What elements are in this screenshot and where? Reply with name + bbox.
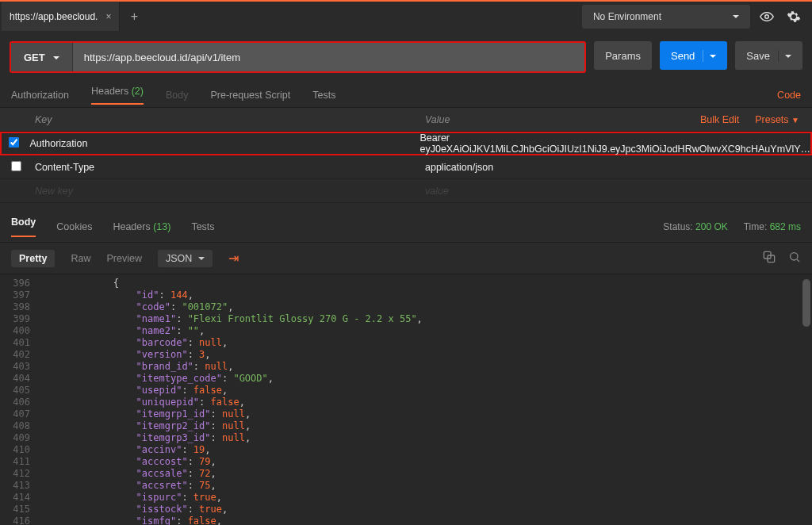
header-value[interactable]: Bearer eyJ0eXAiOiJKV1MiLCJhbGciOiJIUzI1N… xyxy=(416,132,811,155)
resp-tab-headers-count: (13) xyxy=(153,221,170,232)
request-bar: GET Params Send Save xyxy=(0,32,812,82)
chevron-down-icon[interactable] xyxy=(703,50,716,62)
add-tab-button[interactable]: + xyxy=(120,10,148,24)
search-icon[interactable] xyxy=(788,251,801,266)
line-number: 404 xyxy=(0,373,44,385)
header-key[interactable]: Authorization xyxy=(27,138,416,149)
line-number: 401 xyxy=(0,337,44,349)
scrollbar-thumb[interactable] xyxy=(802,279,810,327)
response-body-viewer[interactable]: 396 {397 "id": 144,398 "code": "001072",… xyxy=(0,274,812,525)
tab-headers[interactable]: Headers (2) xyxy=(91,86,144,105)
code-line: 410 "accinv": 19, xyxy=(0,444,812,456)
code-line: 404 "itemtype_code": "GOOD", xyxy=(0,373,812,385)
line-number: 399 xyxy=(0,313,44,325)
gear-icon[interactable] xyxy=(783,6,804,27)
line-number: 397 xyxy=(0,289,44,301)
time-label: Time: 682 ms xyxy=(744,221,801,232)
time-value: 682 ms xyxy=(770,221,801,232)
new-key-placeholder[interactable]: New key xyxy=(32,186,420,197)
request-url-input[interactable] xyxy=(73,43,584,71)
code-line: 411 "acccost": 79, xyxy=(0,456,812,468)
eye-icon[interactable] xyxy=(756,6,777,27)
response-status-area: Status: 200 OK Time: 682 ms xyxy=(663,221,801,232)
chevron-down-icon xyxy=(198,253,205,264)
environment-label: No Environment xyxy=(593,11,661,22)
bulk-edit-link[interactable]: Bulk Edit xyxy=(700,114,739,125)
code-line: 412 "accsale": 72, xyxy=(0,468,812,480)
method-url-group: GET xyxy=(10,41,586,73)
caret-down-icon: ▼ xyxy=(791,116,799,125)
code-line: 402 "version": 3, xyxy=(0,349,812,361)
new-value-placeholder[interactable]: value xyxy=(420,186,812,197)
resp-tab-cookies[interactable]: Cookies xyxy=(56,221,92,232)
header-key[interactable]: Content-Type xyxy=(32,162,420,173)
line-number: 414 xyxy=(0,492,44,504)
presets-label: Presets xyxy=(755,114,788,125)
chevron-down-icon[interactable] xyxy=(778,50,791,62)
params-button[interactable]: Params xyxy=(594,41,652,70)
send-button[interactable]: Send xyxy=(660,41,727,70)
line-number: 405 xyxy=(0,385,44,397)
line-number: 412 xyxy=(0,468,44,480)
close-icon[interactable]: × xyxy=(105,11,111,22)
header-row[interactable]: Content-Typeapplication/json xyxy=(0,155,812,179)
code-line: 406 "uniquepid": false, xyxy=(0,397,812,408)
status-label-text: Status: xyxy=(663,221,692,232)
resp-tab-headers-label: Headers xyxy=(113,221,150,232)
tab-tests[interactable]: Tests xyxy=(312,90,335,101)
copy-icon[interactable] xyxy=(763,251,776,266)
code-line: 407 "itemgrp1_id": null, xyxy=(0,408,812,420)
header-row[interactable]: AuthorizationBearer eyJ0eXAiOiJKV1MiLCJh… xyxy=(0,132,812,155)
view-raw[interactable]: Raw xyxy=(71,253,90,264)
line-number: 411 xyxy=(0,456,44,468)
line-number: 408 xyxy=(0,420,44,432)
svg-point-0 xyxy=(765,15,769,19)
line-number: 410 xyxy=(0,444,44,456)
environment-select[interactable]: No Environment xyxy=(582,5,750,29)
header-value[interactable]: application/json xyxy=(420,162,812,173)
request-tabs: Authorization Headers (2) Body Pre-reque… xyxy=(0,82,812,108)
response-tabs: Body Cookies Headers (13) Tests Status: … xyxy=(0,211,812,243)
col-key: Key xyxy=(32,114,420,125)
format-select[interactable]: JSON xyxy=(158,250,213,267)
wrap-lines-icon[interactable]: ⇥ xyxy=(228,251,239,266)
line-number: 413 xyxy=(0,480,44,492)
http-method-label: GET xyxy=(24,52,45,63)
line-number: 396 xyxy=(0,278,44,289)
line-number: 407 xyxy=(0,408,44,420)
code-line: 413 "accsret": 75, xyxy=(0,480,812,492)
code-line: 415 "isstock": true, xyxy=(0,504,812,515)
code-line: 405 "usepid": false, xyxy=(0,385,812,397)
line-number: 406 xyxy=(0,397,44,408)
tab-headers-label: Headers xyxy=(91,86,128,97)
col-value: Value xyxy=(420,114,700,125)
save-button[interactable]: Save xyxy=(735,41,802,70)
resp-tab-tests[interactable]: Tests xyxy=(191,221,214,232)
headers-table-head: Key Value Bulk Edit Presets ▼ xyxy=(0,108,812,132)
code-line: 396 { xyxy=(0,278,812,289)
line-number: 415 xyxy=(0,504,44,515)
resp-tab-headers[interactable]: Headers (13) xyxy=(113,221,170,232)
presets-dropdown[interactable]: Presets ▼ xyxy=(755,114,799,125)
tab-headers-count: (2) xyxy=(132,86,144,97)
tab-prerequest-script[interactable]: Pre-request Script xyxy=(210,90,290,101)
format-label: JSON xyxy=(166,253,192,264)
code-line: 397 "id": 144, xyxy=(0,289,812,301)
view-preview[interactable]: Preview xyxy=(106,253,141,264)
svg-line-4 xyxy=(797,259,799,262)
view-pretty[interactable]: Pretty xyxy=(11,250,55,267)
tab-active[interactable]: https://app.beecloud. × xyxy=(2,2,120,31)
code-line: 403 "brand_id": null, xyxy=(0,361,812,373)
line-number: 398 xyxy=(0,301,44,313)
headers-new-row[interactable]: New key value xyxy=(0,179,812,203)
viewer-toolbar: Pretty Raw Preview JSON ⇥ xyxy=(0,243,812,274)
status-value: 200 OK xyxy=(695,221,728,232)
header-row-checkbox[interactable] xyxy=(9,137,19,148)
chevron-down-icon xyxy=(53,52,59,63)
http-method-select[interactable]: GET xyxy=(11,43,73,71)
tab-body[interactable]: Body xyxy=(166,90,189,101)
header-row-checkbox[interactable] xyxy=(11,161,21,171)
resp-tab-body[interactable]: Body xyxy=(11,217,36,237)
code-link[interactable]: Code xyxy=(777,90,801,101)
tab-authorization[interactable]: Authorization xyxy=(11,90,69,101)
